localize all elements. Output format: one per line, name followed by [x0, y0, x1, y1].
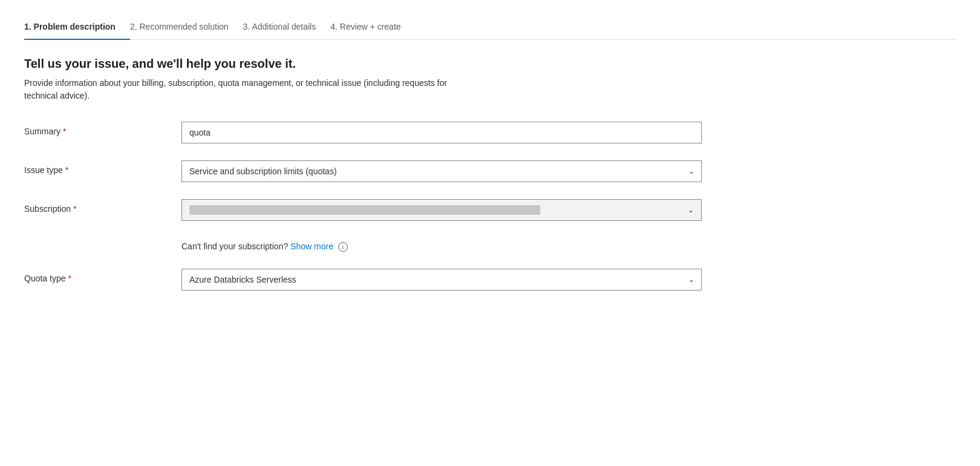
summary-input[interactable]: [181, 122, 702, 143]
wizard-step-problem-description[interactable]: 1. Problem description: [24, 15, 130, 40]
subscription-row: Subscription * ⌄: [24, 199, 750, 221]
quota-type-row: Quota type * Azure Databricks Serverless…: [24, 269, 750, 290]
wizard-nav: 1. Problem description 2. Recommended so…: [24, 15, 956, 40]
quota-type-select[interactable]: Azure Databricks Serverless Azure Machin…: [181, 269, 702, 290]
helper-spacer: [24, 238, 181, 252]
summary-label: Summary *: [24, 122, 181, 136]
issue-type-select-wrapper: Service and subscription limits (quotas)…: [181, 160, 702, 182]
summary-row: Summary *: [24, 122, 750, 143]
subscription-control-wrapper: ⌄: [181, 199, 702, 221]
issue-type-required-star: *: [65, 165, 68, 175]
wizard-step-additional-details[interactable]: 3. Additional details: [243, 15, 331, 40]
info-icon[interactable]: i: [338, 242, 348, 252]
subscription-label: Subscription *: [24, 199, 181, 214]
subscription-chevron-icon: ⌄: [688, 206, 694, 214]
summary-required-star: *: [63, 126, 66, 136]
form-section: Summary * Issue type * Service and subsc…: [24, 122, 956, 290]
cant-find-text: Can't find your subscription? Show more …: [181, 241, 702, 252]
page-heading: Tell us your issue, and we'll help you r…: [24, 57, 956, 102]
issue-type-label: Issue type *: [24, 160, 181, 175]
issue-type-control-wrapper: Service and subscription limits (quotas)…: [181, 160, 702, 182]
summary-control-wrapper: [181, 122, 702, 143]
quota-type-select-wrapper: Azure Databricks Serverless Azure Machin…: [181, 269, 702, 290]
subscription-required-star: *: [73, 204, 76, 214]
wizard-step-recommended-solution[interactable]: 2. Recommended solution: [130, 15, 243, 40]
page-title: Tell us your issue, and we'll help you r…: [24, 57, 956, 71]
quota-type-required-star: *: [68, 274, 71, 283]
wizard-step-review-create[interactable]: 4. Review + create: [330, 15, 415, 40]
subscription-bar-placeholder: [189, 205, 540, 215]
cant-find-row: Can't find your subscription? Show more …: [24, 238, 750, 252]
quota-type-control-wrapper: Azure Databricks Serverless Azure Machin…: [181, 269, 702, 290]
quota-type-label: Quota type *: [24, 269, 181, 283]
subscription-select[interactable]: ⌄: [181, 199, 702, 221]
issue-type-select[interactable]: Service and subscription limits (quotas)…: [181, 160, 702, 182]
page-container: 1. Problem description 2. Recommended so…: [0, 0, 980, 322]
issue-type-row: Issue type * Service and subscription li…: [24, 160, 750, 182]
show-more-link[interactable]: Show more: [290, 241, 333, 251]
page-description: Provide information about your billing, …: [24, 77, 472, 102]
